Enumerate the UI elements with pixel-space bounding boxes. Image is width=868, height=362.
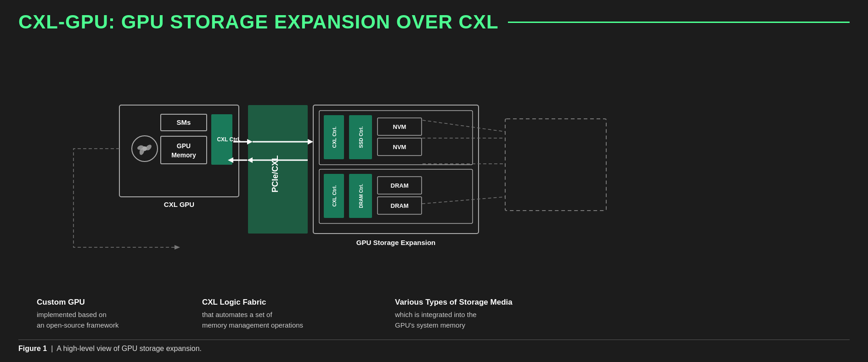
desc-text-gpu: implemented based onan open-source frame… — [37, 310, 184, 330]
desc-col-storage: Various Types of Storage Media which is … — [386, 297, 615, 330]
desc-text-storage: which is integrated into theGPU's system… — [395, 310, 606, 330]
figure-text: | A high-level view of GPU storage expan… — [49, 345, 202, 352]
gpu-memory-label: GPU — [177, 142, 191, 150]
sms-label: SMs — [177, 118, 191, 126]
desc-title-fabric: CXL Logic Fabric — [202, 297, 377, 308]
nvm1-label: NVM — [393, 123, 406, 130]
figure-label: Figure 1 — [18, 345, 47, 352]
cxl-gpu-label: CXL GPU — [164, 200, 194, 208]
desc-title-gpu: Custom GPU — [37, 297, 184, 308]
title-line — [508, 22, 850, 23]
description-row: Custom GPU implemented based onan open-s… — [18, 297, 850, 330]
svg-point-3 — [142, 146, 147, 151]
dram1-label: DRAM — [391, 182, 409, 189]
ssd-ctrl-label: SSD Ctrl. — [358, 126, 364, 148]
dram-ctrl-label: DRAM Ctrl. — [359, 184, 364, 208]
pcie-cxl-label: PCIe/CXL — [271, 155, 280, 192]
desc-title-storage: Various Types of Storage Media — [395, 297, 606, 308]
dram2-label: DRAM — [391, 202, 409, 209]
page-container: CXL-GPU: GPU STORAGE EXPANSION OVER CXL … — [0, 0, 868, 362]
desc-col-fabric: CXL Logic Fabric that automates a set of… — [193, 297, 386, 330]
diagram-area: SMs GPU Memory CXL Ctrl. CXL GPU PCIe/CX… — [18, 44, 850, 290]
architecture-diagram: SMs GPU Memory CXL Ctrl. CXL GPU PCIe/CX… — [18, 68, 850, 266]
nvm2-label: NVM — [393, 144, 406, 150]
figure-caption: Figure 1 | A high-level view of GPU stor… — [18, 340, 850, 353]
desc-col-gpu: Custom GPU implemented based onan open-s… — [18, 297, 193, 330]
gpu-memory-label-2: Memory — [171, 151, 196, 159]
title-row: CXL-GPU: GPU STORAGE EXPANSION OVER CXL — [18, 11, 850, 33]
page-title: CXL-GPU: GPU STORAGE EXPANSION OVER CXL — [18, 11, 499, 33]
desc-text-fabric: that automates a set ofmemory management… — [202, 310, 377, 330]
svg-rect-0 — [18, 68, 850, 266]
cxl-ctrl-ssd: CXL Ctrl. — [332, 126, 337, 148]
cxl-ctrl-dram: CXL Ctrl. — [332, 185, 337, 206]
storage-expansion-label: GPU Storage Expansion — [356, 239, 436, 246]
